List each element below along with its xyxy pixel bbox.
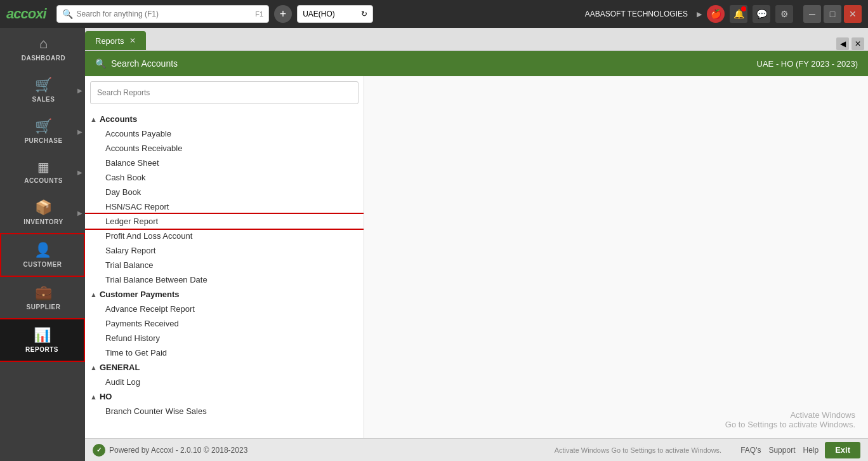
sidebar-label-accounts: ACCOUNTS bbox=[24, 177, 63, 184]
faqs-link[interactable]: FAQ's bbox=[740, 446, 761, 455]
powered-logo: ✓ bbox=[93, 444, 105, 457]
powered-by: ✓ Powered by Accoxi - 2.0.10 © 2018-2023 bbox=[93, 444, 247, 457]
tab-scroll-right[interactable]: ✕ bbox=[852, 37, 864, 50]
dashboard-icon: ⌂ bbox=[39, 36, 48, 52]
support-link[interactable]: Support bbox=[768, 446, 795, 455]
general-collapse-icon: ▲ bbox=[90, 364, 97, 371]
tree-section-general[interactable]: ▲ GENERAL bbox=[85, 360, 364, 375]
sidebar-item-purchase[interactable]: 🛒 PURCHASE ▶ bbox=[0, 110, 85, 152]
sidebar-label-customer: CUSTOMER bbox=[23, 261, 62, 268]
reports-panel: ▲ Accounts Accounts Payable Accounts Rec… bbox=[85, 76, 868, 438]
inventory-icon: 📦 bbox=[35, 199, 52, 216]
content-area: Reports ✕ ◀ ✕ 🔍 Search Accounts UAE - HO… bbox=[85, 28, 868, 461]
settings-button[interactable]: ⚙ bbox=[775, 5, 793, 23]
report-header: 🔍 Search Accounts UAE - HO (FY 2023 - 20… bbox=[85, 51, 868, 76]
inventory-arrow: ▶ bbox=[77, 209, 82, 216]
tree-section-ho[interactable]: ▲ HO bbox=[85, 389, 364, 404]
tree-item-audit-log[interactable]: Audit Log bbox=[85, 375, 364, 389]
customer-payments-collapse-icon: ▲ bbox=[90, 291, 97, 298]
customer-icon: 👤 bbox=[34, 242, 51, 258]
activate-windows-notice: Activate Windows Go to Settings to activ… bbox=[725, 410, 855, 429]
tab-scroll-left[interactable]: ◀ bbox=[836, 37, 849, 50]
supplier-icon: 💼 bbox=[35, 284, 52, 301]
search-reports-input[interactable] bbox=[90, 81, 358, 104]
tree-section-accounts[interactable]: ▲ Accounts bbox=[85, 112, 364, 126]
ho-collapse-icon: ▲ bbox=[90, 393, 97, 401]
tree-item-refund-history[interactable]: Refund History bbox=[85, 331, 364, 345]
add-button[interactable]: + bbox=[274, 5, 292, 23]
tree-item-day-book[interactable]: Day Book bbox=[85, 185, 364, 199]
general-section-label: GENERAL bbox=[100, 363, 140, 372]
tab-close-icon[interactable]: ✕ bbox=[129, 36, 136, 45]
company-name: AABASOFT TECHNOLOGIES bbox=[585, 10, 688, 18]
sidebar-item-sales[interactable]: 🛒 SALES ▶ bbox=[0, 69, 85, 110]
ho-section-label: HO bbox=[100, 392, 112, 401]
global-search-box[interactable]: 🔍 F1 bbox=[56, 5, 270, 23]
report-header-title: 🔍 Search Accounts bbox=[95, 58, 178, 69]
sales-arrow: ▶ bbox=[77, 86, 82, 93]
sidebar-label-supplier: SUPPLIER bbox=[26, 304, 60, 311]
bottom-bar: ✓ Powered by Accoxi - 2.0.10 © 2018-2023… bbox=[85, 438, 868, 461]
main-layout: ⌂ DASHBOARD 🛒 SALES ▶ 🛒 PURCHASE ▶ ▦ ACC… bbox=[0, 28, 868, 461]
tree-section-customer-payments[interactable]: ▲ Customer Payments bbox=[85, 287, 364, 302]
sales-icon: 🛒 bbox=[35, 77, 52, 93]
messages-button[interactable]: 💬 bbox=[753, 5, 770, 23]
right-panel: Activate Windows Go to Settings to activ… bbox=[364, 76, 868, 438]
sidebar-item-customer[interactable]: 👤 CUSTOMER bbox=[0, 233, 85, 277]
reports-icon: 📊 bbox=[34, 327, 51, 344]
search-icon: 🔍 bbox=[62, 9, 73, 19]
tree-item-time-to-get-paid[interactable]: Time to Get Paid bbox=[85, 345, 364, 360]
accounts-arrow: ▶ bbox=[77, 168, 82, 175]
refresh-icon[interactable]: ↻ bbox=[361, 10, 367, 18]
tree-item-trial-balance-between[interactable]: Trial Balance Between Date bbox=[85, 272, 364, 287]
tree-item-salary-report[interactable]: Salary Report bbox=[85, 243, 364, 258]
topbar: accoxi 🔍 F1 + UAE(HO) ↻ AABASOFT TECHNOL… bbox=[0, 0, 868, 28]
tab-controls: ◀ ✕ bbox=[836, 37, 868, 50]
tree-item-trial-balance[interactable]: Trial Balance bbox=[85, 258, 364, 272]
tree-item-balance-sheet[interactable]: Balance Sheet bbox=[85, 156, 364, 170]
reports-tab[interactable]: Reports ✕ bbox=[85, 31, 146, 50]
tree-item-accounts-payable[interactable]: Accounts Payable bbox=[85, 126, 364, 141]
help-link[interactable]: Help bbox=[803, 446, 819, 455]
sidebar-item-accounts[interactable]: ▦ ACCOUNTS ▶ bbox=[0, 152, 85, 192]
tree-item-advance-receipt[interactable]: Advance Receipt Report bbox=[85, 302, 364, 316]
accounts-section-label: Accounts bbox=[100, 114, 137, 124]
accounts-icon: ▦ bbox=[37, 159, 49, 175]
sidebar-item-inventory[interactable]: 📦 INVENTORY ▶ bbox=[0, 192, 85, 233]
avatar: 🍎 bbox=[707, 5, 725, 23]
sidebar-label-purchase: PURCHASE bbox=[24, 137, 62, 144]
purchase-icon: 🛒 bbox=[35, 118, 52, 135]
accounts-collapse-icon: ▲ bbox=[90, 116, 97, 123]
tree-item-branch-counter[interactable]: Branch Counter Wise Sales bbox=[85, 404, 364, 418]
report-header-right: UAE - HO (FY 2023 - 2023) bbox=[757, 59, 858, 69]
tree-item-ledger-report[interactable]: Ledger Report bbox=[85, 214, 364, 229]
keyboard-shortcut: F1 bbox=[255, 10, 263, 18]
tree-item-hsn-sac[interactable]: HSN/SAC Report bbox=[85, 199, 364, 214]
purchase-arrow: ▶ bbox=[77, 128, 82, 135]
notifications-button[interactable]: 🔔 bbox=[730, 5, 747, 23]
sidebar-item-dashboard[interactable]: ⌂ DASHBOARD bbox=[0, 28, 85, 69]
powered-text: Powered by Accoxi - 2.0.10 © 2018-2023 bbox=[109, 446, 247, 455]
sidebar-item-reports[interactable]: 📊 REPORTS bbox=[0, 318, 85, 362]
tree-item-accounts-receivable[interactable]: Accounts Receivable bbox=[85, 141, 364, 156]
sidebar-label-sales: SALES bbox=[32, 96, 55, 103]
tab-label: Reports bbox=[95, 36, 124, 46]
maximize-button[interactable]: □ bbox=[824, 5, 841, 23]
tree-item-cash-book[interactable]: Cash Book bbox=[85, 170, 364, 185]
window-controls: ─ □ ✕ bbox=[803, 5, 862, 23]
topbar-icons: 🔔 💬 ⚙ bbox=[730, 5, 793, 23]
tree-item-payments-received[interactable]: Payments Received bbox=[85, 316, 364, 331]
customer-payments-label: Customer Payments bbox=[100, 290, 180, 299]
sidebar-item-supplier[interactable]: 💼 SUPPLIER bbox=[0, 277, 85, 318]
sidebar: ⌂ DASHBOARD 🛒 SALES ▶ 🛒 PURCHASE ▶ ▦ ACC… bbox=[0, 28, 85, 461]
notification-badge bbox=[741, 6, 746, 11]
minimize-button[interactable]: ─ bbox=[803, 5, 821, 23]
close-button[interactable]: ✕ bbox=[844, 5, 862, 23]
branch-selector[interactable]: UAE(HO) ↻ bbox=[297, 5, 373, 23]
activate-windows-bottom: Activate Windows Go to Settings to activ… bbox=[555, 446, 722, 454]
global-search-input[interactable] bbox=[77, 10, 252, 18]
sidebar-label-dashboard: DASHBOARD bbox=[22, 55, 66, 62]
exit-button[interactable]: Exit bbox=[825, 442, 860, 458]
tree-item-profit-loss[interactable]: Profit And Loss Account bbox=[85, 229, 364, 243]
branch-label: UAE(HO) bbox=[303, 10, 335, 18]
